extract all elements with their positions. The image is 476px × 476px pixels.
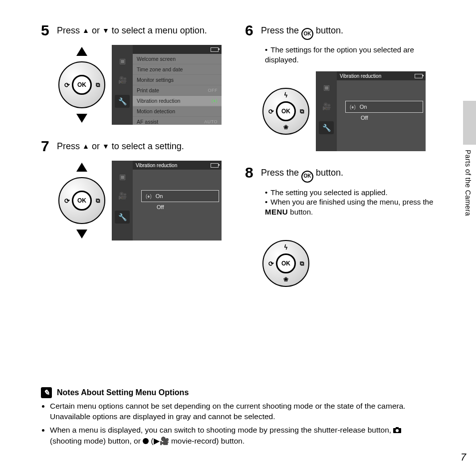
- step-number: 8: [245, 165, 256, 182]
- step-text: Press the OK button.: [261, 165, 343, 182]
- self-timer-icon: ⟳: [64, 197, 70, 205]
- note-item: Certain menu options cannot be set depen…: [50, 401, 435, 422]
- self-timer-icon: ⟳: [268, 260, 274, 267]
- menu-row: Time zone and date: [133, 64, 222, 75]
- notes-title: Notes About Setting Menu Options: [57, 388, 189, 397]
- step-7: 7 Press ▲ or ▼ to select a setting.: [41, 139, 231, 154]
- option-list: (♦)OnOff: [142, 191, 219, 213]
- step-number: 6: [245, 23, 256, 40]
- option-row: (♦)On: [346, 101, 423, 112]
- movie-record-icon: ▶🎥: [154, 437, 169, 445]
- up-arrow-icon: [76, 47, 87, 56]
- self-timer-icon: ⟳: [268, 108, 274, 115]
- bullet: When you are finished using the menu, pr…: [265, 197, 435, 217]
- down-triangle-icon: ▼: [102, 26, 109, 35]
- macro-icon: ❀: [283, 276, 288, 283]
- step-6: 6 Press the OK button.: [245, 23, 435, 40]
- camera-screen-vr-options: ▣ 🎥 🔧 Vibration reduction (♦)OnOff: [316, 71, 426, 151]
- menu-row: Print dateOFF: [133, 85, 222, 96]
- screen-header: Vibration reduction: [136, 163, 177, 168]
- menu-row: Welcome screen: [133, 54, 222, 64]
- option-row: Off: [346, 112, 423, 123]
- step-5: 5 Press ▲ or ▼ to select a menu option.: [41, 23, 231, 38]
- exposure-comp-icon: ⧉: [300, 260, 304, 267]
- up-arrow-icon: [76, 163, 87, 172]
- section-label: Parts of the Camera: [464, 150, 472, 216]
- step-6-bullets: The settings for the option you selected…: [265, 45, 435, 64]
- down-triangle-icon: ▼: [102, 142, 109, 151]
- page-number: 7: [461, 452, 466, 463]
- exposure-comp-icon: ⧉: [96, 81, 100, 88]
- movie-tab-icon: 🎥: [118, 76, 127, 84]
- ok-button: OK: [276, 253, 296, 273]
- option-row: (♦)On: [142, 191, 219, 202]
- exposure-comp-icon: ⧉: [300, 108, 304, 115]
- camera-tab-icon: ▣: [322, 83, 331, 91]
- step-8-bullets: The setting you selected is applied. Whe…: [265, 188, 435, 217]
- step-text: Press the OK button.: [261, 23, 343, 40]
- screen-header: Vibration reduction: [340, 73, 381, 79]
- camera-screen-setup-menu: ▣ 🎥 🔧 Welcome screenTime zone and dateMo…: [112, 45, 222, 125]
- record-dot-icon: [143, 438, 149, 444]
- notes-icon: ✎: [41, 387, 52, 398]
- up-triangle-icon: ▲: [82, 26, 89, 35]
- menu-row: Motion detection: [133, 106, 222, 117]
- exposure-comp-icon: ⧉: [96, 197, 100, 204]
- battery-icon: [211, 163, 219, 168]
- option-list: (♦)OnOff: [346, 101, 423, 123]
- battery-icon: [211, 47, 219, 52]
- multi-selector-dial: ϟ ❀ ⟳ ⧉ OK: [262, 87, 310, 135]
- wrench-tab-icon: 🔧: [115, 95, 130, 108]
- ok-icon: OK: [301, 171, 313, 183]
- figure-step-6: ϟ ❀ ⟳ ⧉ OK ▣ 🎥 🔧 Vibration reduction: [262, 71, 435, 151]
- figure-step-5: ϟ ❀ ⟳ ⧉ OK ▣ 🎥 🔧: [58, 45, 231, 125]
- figure-step-7: ϟ ❀ ⟳ ⧉ OK ▣ 🎥 🔧 Vibration reduction: [58, 161, 231, 240]
- multi-selector-dial: ϟ ❀ ⟳ ⧉ OK: [58, 163, 106, 238]
- ok-button: OK: [72, 191, 92, 211]
- movie-tab-icon: 🎥: [118, 192, 127, 200]
- bullet: The setting you selected is applied.: [265, 188, 435, 198]
- note-item: When a menu is displayed, you can switch…: [50, 425, 435, 447]
- ok-button: OK: [276, 101, 296, 121]
- flash-icon: ϟ: [284, 92, 288, 99]
- down-arrow-icon: [76, 230, 87, 238]
- battery-icon: [415, 74, 423, 78]
- camera-tab-icon: ▣: [118, 57, 127, 65]
- ok-icon: OK: [301, 28, 313, 40]
- option-row: Off: [142, 202, 219, 213]
- menu-row: AF assistAUTO: [133, 117, 222, 125]
- movie-tab-icon: 🎥: [322, 102, 331, 110]
- svg-point-2: [396, 429, 399, 432]
- thumb-index-tab: [463, 101, 476, 145]
- menu-word: MENU: [265, 208, 288, 216]
- notes-section: ✎ Notes About Setting Menu Options Certa…: [41, 387, 435, 447]
- wrench-tab-icon: 🔧: [115, 211, 130, 224]
- page-content: 5 Press ▲ or ▼ to select a menu option. …: [41, 23, 435, 450]
- figure-step-8: ϟ ❀ ⟳ ⧉ OK: [262, 224, 435, 303]
- ok-button: OK: [72, 75, 92, 95]
- step-text: Press ▲ or ▼ to select a menu option.: [57, 23, 207, 38]
- macro-icon: ❀: [283, 124, 288, 131]
- bullet: The settings for the option you selected…: [265, 45, 435, 64]
- flash-icon: ϟ: [284, 244, 288, 251]
- wrench-tab-icon: 🔧: [319, 121, 334, 134]
- menu-row: Monitor settings: [133, 75, 222, 85]
- camera-screen-vr-options: ▣ 🎥 🔧 Vibration reduction (♦)OnOff: [112, 161, 222, 240]
- step-text: Press ▲ or ▼ to select a setting.: [57, 139, 184, 154]
- menu-list: Welcome screenTime zone and dateMonitor …: [133, 54, 222, 125]
- step-number: 5: [41, 23, 52, 38]
- up-triangle-icon: ▲: [82, 142, 89, 151]
- camera-tab-icon: ▣: [118, 173, 127, 181]
- down-arrow-icon: [76, 114, 87, 123]
- self-timer-icon: ⟳: [64, 81, 70, 89]
- camera-icon: [393, 426, 401, 436]
- multi-selector-dial: ϟ ❀ ⟳ ⧉ OK: [262, 239, 310, 287]
- svg-rect-1: [396, 427, 399, 429]
- step-number: 7: [41, 139, 52, 154]
- multi-selector-dial: ϟ ❀ ⟳ ⧉ OK: [58, 47, 106, 123]
- menu-row: Vibration reduction(♦): [133, 96, 222, 106]
- step-8: 8 Press the OK button.: [245, 165, 435, 182]
